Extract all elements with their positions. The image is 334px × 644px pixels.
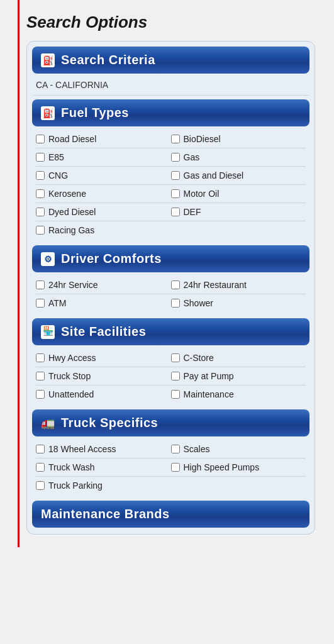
atm-option[interactable]: ATM <box>36 298 171 308</box>
wheel-access-18-checkbox[interactable] <box>36 445 45 453</box>
truck-specifics-icon: 🚛 <box>41 416 55 430</box>
site-row-3: Unattended Maintenance <box>36 386 306 403</box>
truck-stop-option[interactable]: Truck Stop <box>36 371 171 381</box>
cstore-label: C-Store <box>184 353 214 363</box>
biodiesel-checkbox[interactable] <box>171 135 180 143</box>
truck-wash-option[interactable]: Truck Wash <box>36 462 171 472</box>
shower-label: Shower <box>184 298 213 308</box>
maintenance-checkbox[interactable] <box>171 390 180 399</box>
dyed-diesel-option[interactable]: Dyed Diesel <box>36 207 171 217</box>
fuel-row-3: CNG Gas and Diesel <box>36 167 306 185</box>
site-row-1: Hwy Access C-Store <box>36 349 306 367</box>
driver-comforts-header: ⚙ Driver Comforts <box>32 245 309 272</box>
e85-checkbox[interactable] <box>36 153 45 162</box>
service-24hr-checkbox[interactable] <box>36 280 45 289</box>
racing-gas-option[interactable]: Racing Gas <box>36 225 171 235</box>
biodiesel-option[interactable]: BioDiesel <box>171 134 306 144</box>
pay-at-pump-label: Pay at Pump <box>184 371 234 381</box>
truck-row-2: Truck Wash High Speed Pumps <box>36 458 306 477</box>
restaurant-24hr-label: 24hr Restaurant <box>184 280 247 290</box>
truck-parking-option[interactable]: Truck Parking <box>36 480 171 491</box>
def-checkbox[interactable] <box>171 208 180 216</box>
main-panel: ⛽ Search Criteria CA - CALIFORNIA ⛽ Fuel… <box>26 41 315 535</box>
location-display: CA - CALIFORNIA <box>32 75 309 96</box>
maintenance-label: Maintenance <box>184 389 234 399</box>
truck-specifics-header: 🚛 Truck Specifics <box>32 409 309 436</box>
page-wrapper: Search Options ⛽ Search Criteria CA - CA… <box>0 0 334 547</box>
wheel-access-18-option[interactable]: 18 Wheel Access <box>36 444 171 454</box>
truck-parking-checkbox[interactable] <box>36 481 45 490</box>
racing-gas-checkbox[interactable] <box>36 226 45 235</box>
cng-checkbox[interactable] <box>36 171 45 180</box>
truck-wash-checkbox[interactable] <box>36 463 45 472</box>
truck-wash-label: Truck Wash <box>48 462 95 472</box>
biodiesel-label: BioDiesel <box>184 134 221 144</box>
truck-row-3: Truck Parking <box>36 477 306 494</box>
gas-and-diesel-option[interactable]: Gas and Diesel <box>171 170 306 180</box>
fuel-types-header: ⛽ Fuel Types <box>32 99 309 126</box>
scales-label: Scales <box>184 444 210 454</box>
maintenance-brands-label: Maintenance Brands <box>41 507 170 521</box>
fuel-row-4: Kerosene Motor Oil <box>36 185 306 203</box>
fuel-types-icon: ⛽ <box>41 106 55 120</box>
driver-row-1: 24hr Service 24hr Restaurant <box>36 276 306 294</box>
restaurant-24hr-checkbox[interactable] <box>171 280 180 289</box>
gas-checkbox[interactable] <box>171 153 180 162</box>
site-facilities-header: 🏪 Site Facilities <box>32 318 309 345</box>
hwy-access-checkbox[interactable] <box>36 353 45 362</box>
fuel-row-2: E85 Gas <box>36 148 306 167</box>
motor-oil-checkbox[interactable] <box>171 189 180 198</box>
truck-specifics-label: Truck Specifics <box>61 416 158 430</box>
truck-stop-checkbox[interactable] <box>36 372 45 380</box>
motor-oil-option[interactable]: Motor Oil <box>171 189 306 199</box>
scales-checkbox[interactable] <box>171 445 180 453</box>
unattended-checkbox[interactable] <box>36 390 45 399</box>
fuel-types-label: Fuel Types <box>61 106 129 120</box>
fuel-empty-cell <box>171 225 306 235</box>
road-diesel-checkbox[interactable] <box>36 135 45 143</box>
shower-option[interactable]: Shower <box>171 298 306 308</box>
service-24hr-label: 24hr Service <box>48 280 98 290</box>
kerosene-option[interactable]: Kerosene <box>36 189 171 199</box>
search-criteria-label: Search Criteria <box>61 53 155 67</box>
truck-specifics-options: 18 Wheel Access Scales Truck Wash High S… <box>32 438 309 497</box>
gas-option[interactable]: Gas <box>171 152 306 162</box>
pay-at-pump-option[interactable]: Pay at Pump <box>171 371 306 381</box>
e85-label: E85 <box>48 152 64 162</box>
road-diesel-option[interactable]: Road Diesel <box>36 134 171 144</box>
fuel-row-6: Racing Gas <box>36 221 306 239</box>
hwy-access-option[interactable]: Hwy Access <box>36 353 171 363</box>
def-option[interactable]: DEF <box>171 207 306 217</box>
site-facilities-label: Site Facilities <box>61 325 146 339</box>
gas-and-diesel-checkbox[interactable] <box>171 171 180 180</box>
cstore-checkbox[interactable] <box>171 353 180 362</box>
site-row-2: Truck Stop Pay at Pump <box>36 367 306 386</box>
restaurant-24hr-option[interactable]: 24hr Restaurant <box>171 280 306 290</box>
def-label: DEF <box>184 207 201 217</box>
maintenance-brands-header: Maintenance Brands <box>32 501 309 528</box>
hwy-access-label: Hwy Access <box>48 353 96 363</box>
fuel-row-1: Road Diesel BioDiesel <box>36 130 306 148</box>
kerosene-checkbox[interactable] <box>36 189 45 198</box>
truck-empty-cell <box>171 480 306 491</box>
racing-gas-label: Racing Gas <box>48 225 94 235</box>
maintenance-option[interactable]: Maintenance <box>171 389 306 399</box>
e85-option[interactable]: E85 <box>36 152 171 162</box>
high-speed-pumps-checkbox[interactable] <box>171 463 180 472</box>
search-criteria-header: ⛽ Search Criteria <box>32 47 309 74</box>
high-speed-pumps-option[interactable]: High Speed Pumps <box>171 462 306 472</box>
dyed-diesel-label: Dyed Diesel <box>48 207 96 217</box>
gas-label: Gas <box>184 152 200 162</box>
shower-checkbox[interactable] <box>171 299 180 308</box>
scales-option[interactable]: Scales <box>171 444 306 454</box>
truck-stop-label: Truck Stop <box>48 371 91 381</box>
pay-at-pump-checkbox[interactable] <box>171 372 180 380</box>
wheel-access-18-label: 18 Wheel Access <box>48 444 116 454</box>
unattended-option[interactable]: Unattended <box>36 389 171 399</box>
search-criteria-icon: ⛽ <box>41 53 55 67</box>
service-24hr-option[interactable]: 24hr Service <box>36 280 171 290</box>
cstore-option[interactable]: C-Store <box>171 353 306 363</box>
dyed-diesel-checkbox[interactable] <box>36 208 45 216</box>
atm-checkbox[interactable] <box>36 299 45 308</box>
cng-option[interactable]: CNG <box>36 170 171 180</box>
